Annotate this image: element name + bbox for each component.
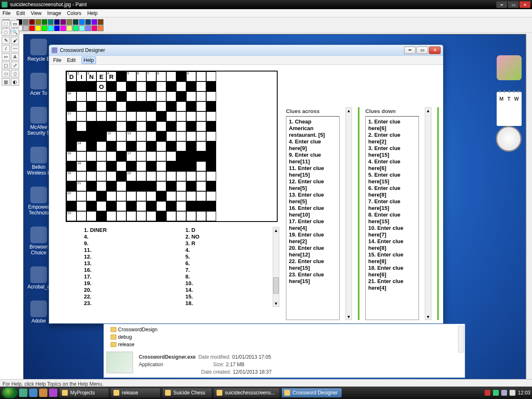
cd-close-button[interactable]: ✕ (429, 47, 441, 54)
grid-cell[interactable] (116, 81, 126, 91)
grid-cell[interactable] (76, 91, 86, 101)
grid-cell[interactable] (176, 141, 186, 151)
paint-tool[interactable]: ◌ (2, 28, 10, 36)
grid-cell[interactable] (166, 111, 176, 121)
grid-cell[interactable] (156, 81, 166, 91)
quick-launch-icon[interactable] (29, 389, 37, 397)
grid-cell[interactable] (156, 171, 166, 181)
grid-cell[interactable] (76, 191, 86, 201)
paint-tool[interactable]: ▥ (2, 78, 10, 86)
clue-across[interactable]: 19. Enter clue here[2] (289, 232, 337, 245)
grid-cell[interactable] (156, 201, 166, 211)
grid-cell[interactable] (166, 191, 176, 201)
grid-cell[interactable] (116, 211, 126, 221)
grid-cell[interactable]: E (96, 71, 106, 81)
answers-scrollbar[interactable]: ▴ ▾ (273, 227, 279, 307)
grid-cell[interactable] (126, 211, 136, 221)
paint-tool[interactable]: 🖌 (11, 37, 19, 44)
taskbar-button[interactable]: MyProjects (59, 388, 109, 398)
grid-cell[interactable] (96, 101, 106, 111)
folder-item[interactable]: CrosswordDesign (111, 326, 169, 333)
color-swatch[interactable] (79, 25, 85, 31)
grid-cell[interactable] (206, 171, 216, 181)
grid-cell[interactable] (116, 141, 126, 151)
color-swatch[interactable] (35, 19, 41, 25)
grid-cell[interactable] (136, 111, 146, 121)
color-swatch[interactable] (35, 25, 41, 31)
grid-cell[interactable] (166, 211, 176, 221)
grid-cell[interactable]: 5 (126, 71, 136, 81)
grid-cell[interactable] (156, 141, 166, 151)
clue-down[interactable]: 7. Enter clue here[15] (368, 198, 416, 212)
grid-cell[interactable] (76, 101, 86, 111)
paint-tool[interactable]: ▢ (2, 62, 10, 69)
scroll-down-icon[interactable]: ▾ (346, 314, 352, 320)
grid-cell[interactable] (116, 191, 126, 201)
clue-down[interactable]: 5. Enter clue here[15] (368, 172, 416, 185)
grid-cell[interactable]: 10 (66, 91, 76, 101)
system-tray[interactable]: 12:03 (485, 390, 530, 396)
color-swatch[interactable] (91, 19, 97, 25)
grid-cell[interactable] (86, 111, 96, 121)
menu-image[interactable]: Image (47, 10, 61, 16)
grid-cell[interactable] (156, 91, 166, 101)
grid-cell[interactable] (206, 71, 216, 81)
cd-minimize-button[interactable]: ━ (404, 47, 416, 54)
color-swatch[interactable] (73, 25, 79, 31)
grid-cell[interactable] (76, 211, 86, 221)
color-swatch[interactable] (60, 19, 66, 25)
folder-item[interactable]: debug (111, 333, 169, 341)
grid-cell[interactable]: O (96, 81, 106, 91)
grid-cell[interactable] (176, 191, 186, 201)
grid-cell[interactable] (106, 151, 116, 161)
color-swatch[interactable] (42, 19, 47, 25)
grid-cell[interactable] (96, 111, 106, 121)
grid-cell[interactable] (196, 141, 206, 151)
paint-tool[interactable]: / (2, 45, 10, 52)
grid-cell[interactable] (136, 211, 146, 221)
clock[interactable]: 12:03 (518, 390, 530, 396)
clue-down[interactable]: 4. Enter clue here[6] (368, 158, 416, 172)
clue-across[interactable]: 12. Enter clue here[5] (289, 178, 337, 192)
grid-cell[interactable] (136, 151, 146, 161)
crossword-grid[interactable]: 1D2I3NE4R56789O1011121314161718192021222… (66, 71, 278, 222)
paint-canvas[interactable]: Recycle BAcer ToMcAfee Security SBelkin … (23, 34, 526, 383)
grid-cell[interactable] (186, 131, 196, 141)
grid-cell[interactable] (86, 211, 96, 221)
grid-cell[interactable]: 12 (106, 131, 116, 141)
clue-down[interactable]: 6. Enter clue here[8] (368, 185, 416, 198)
grid-cell[interactable] (196, 81, 206, 91)
grid-cell[interactable] (186, 211, 196, 221)
clues-across-scrollbar[interactable]: ▴ ▾ (345, 107, 352, 320)
grid-cell[interactable] (96, 171, 106, 181)
quick-launch-icon[interactable] (49, 389, 57, 397)
clue-down[interactable]: 8. Enter clue here[15] (368, 212, 416, 225)
grid-cell[interactable] (86, 91, 96, 101)
clock-gadget[interactable] (496, 126, 522, 152)
paint-tool[interactable]: ⬯ (11, 70, 19, 77)
grid-cell[interactable]: 17 (126, 151, 136, 161)
grid-cell[interactable]: 3N (86, 71, 96, 81)
grid-cell[interactable]: 19 (66, 171, 76, 181)
tray-icon[interactable] (485, 390, 490, 396)
grid-cell[interactable]: 11 (66, 111, 76, 121)
grid-cell[interactable] (166, 151, 176, 161)
grid-cell[interactable] (206, 111, 216, 121)
grid-cell[interactable] (206, 131, 216, 141)
grid-cell[interactable] (176, 81, 186, 91)
grid-cell[interactable] (206, 211, 216, 221)
grid-cell[interactable] (146, 111, 156, 121)
desktop-icon[interactable]: Belkin Wireless L (27, 147, 50, 176)
grid-cell[interactable] (106, 191, 116, 201)
grid-cell[interactable] (96, 181, 106, 191)
color-swatch[interactable] (23, 25, 29, 31)
grid-cell[interactable] (96, 151, 106, 161)
grid-cell[interactable] (86, 191, 96, 201)
grid-cell[interactable] (196, 91, 206, 101)
grid-cell[interactable] (156, 181, 166, 191)
color-swatch[interactable] (73, 19, 79, 25)
grid-cell[interactable] (106, 171, 116, 181)
desktop-icon[interactable]: Recycle B (27, 39, 50, 62)
minimize-button[interactable]: ━ (496, 1, 507, 8)
photo-gadget[interactable] (497, 55, 522, 80)
